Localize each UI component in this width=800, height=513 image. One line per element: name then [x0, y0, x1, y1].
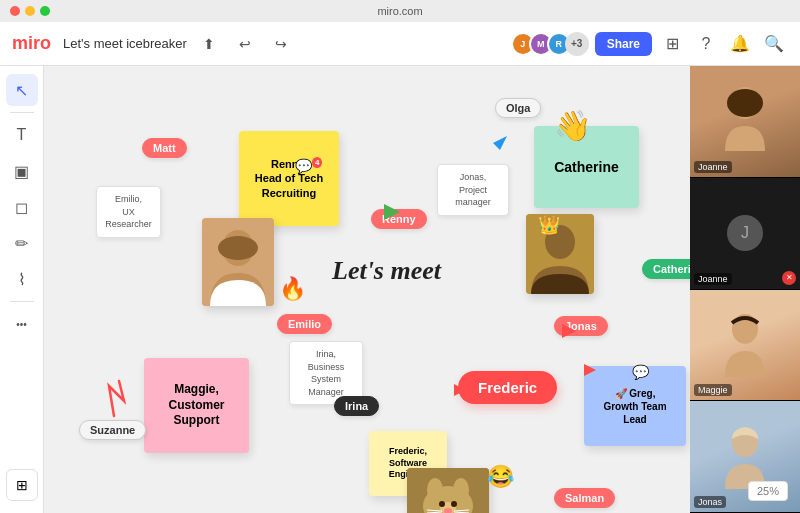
mute-icon-2: ✕ [782, 271, 796, 285]
close-dot[interactable] [10, 6, 20, 16]
emoji-crown: 👑 [538, 214, 560, 236]
video-name-2: Joanne [694, 273, 732, 285]
label-emilio-text: Emilio [288, 318, 321, 330]
emoji-laugh: 😂 [487, 464, 514, 490]
photo-emilio [202, 218, 274, 306]
window-controls[interactable] [10, 6, 50, 16]
label-olga: Olga [495, 98, 541, 118]
video-name-3: Maggie [694, 384, 732, 396]
card-irina-text: Irina,Business SystemManager [308, 349, 345, 397]
video-tile-2: J Joanne ✕ [690, 178, 800, 290]
chat-bubble-icon: 💬4 [295, 158, 322, 174]
sticky-tool[interactable]: ▣ [6, 155, 38, 187]
board-title: Let's meet icebreaker [63, 36, 187, 51]
sticky-catherine-text: Catherine [554, 158, 619, 176]
arrow-olga [493, 136, 507, 150]
svg-point-1 [727, 89, 763, 117]
arrow-small [454, 384, 466, 396]
minimize-dot[interactable] [25, 6, 35, 16]
emoji-fire: 🔥 [279, 276, 306, 302]
window-title: miro.com [377, 5, 422, 17]
label-matt: Matt [142, 138, 187, 158]
label-emilio: Emilio [277, 314, 332, 334]
arrow-jonas [562, 324, 576, 338]
zoom-level[interactable]: 25% [748, 481, 788, 501]
photo-jonas [526, 214, 594, 294]
label-salman-text: Salman [565, 492, 604, 504]
emilio-portrait [202, 218, 274, 306]
label-matt-text: Matt [153, 142, 176, 154]
svg-point-6 [218, 236, 258, 260]
squiggle-left [104, 376, 159, 426]
photo-cat [407, 468, 489, 513]
tool-separator-1 [10, 112, 34, 113]
svg-marker-25 [454, 384, 466, 396]
label-salman: Salman [554, 488, 615, 508]
card-emilio: Emilio,UXResearcher [96, 186, 161, 238]
cat-portrait [407, 468, 489, 513]
svg-point-12 [453, 478, 469, 502]
card-jonas: Jonas,Project manager [437, 164, 509, 216]
svg-marker-23 [562, 324, 576, 338]
arrow-salman [584, 364, 596, 376]
svg-marker-26 [584, 364, 596, 376]
share-button[interactable]: Share [595, 32, 652, 56]
tool-separator-2 [10, 301, 34, 302]
view-toggle-icon[interactable]: ⊞ [658, 30, 686, 58]
cursor-tool[interactable]: ↖ [6, 74, 38, 106]
person-silhouette-1 [715, 81, 775, 161]
svg-point-11 [427, 478, 443, 502]
avatar-stack: J M R +3 [517, 32, 589, 56]
shape-tool[interactable]: ◻ [6, 191, 38, 223]
toolbar-right: J M R +3 Share ⊞ ? 🔔 🔍 [517, 30, 788, 58]
avatar-overflow: +3 [565, 32, 589, 56]
pen-tool[interactable]: ✏ [6, 227, 38, 259]
connector-tool[interactable]: ⌇ [6, 263, 38, 295]
jonas-portrait [526, 214, 594, 294]
card-emilio-text: Emilio,UXResearcher [105, 194, 152, 229]
sticky-maggie[interactable]: Maggie,CustomerSupport [144, 358, 249, 453]
titlebar: miro.com [0, 0, 800, 22]
chat-bubble-greg: 💬 [632, 364, 649, 380]
label-irina: Irina [334, 396, 379, 416]
label-olga-text: Olga [506, 102, 530, 114]
card-jonas-text: Jonas,Project manager [455, 172, 491, 207]
svg-marker-21 [384, 204, 400, 220]
top-toolbar: miro Let's meet icebreaker ⬆ ↩ ↪ J M R +… [0, 22, 800, 66]
more-tools[interactable]: ••• [6, 308, 38, 340]
apps-button[interactable]: ⊞ [6, 469, 38, 501]
maximize-dot[interactable] [40, 6, 50, 16]
emoji-wave: 👋 [554, 108, 591, 143]
undo-button[interactable]: ↩ [231, 30, 259, 58]
arrow-renny [384, 204, 400, 220]
left-toolbar: ↖ T ▣ ◻ ✏ ⌇ ••• [0, 66, 44, 513]
export-button[interactable]: ⬆ [195, 30, 223, 58]
sticky-maggie-text: Maggie,CustomerSupport [168, 382, 224, 429]
miro-logo: miro [12, 33, 51, 54]
text-tool[interactable]: T [6, 119, 38, 151]
canvas-main-title: Let's meet [332, 256, 441, 286]
video-tile-1: Joanne [690, 66, 800, 178]
sticky-renny[interactable]: Renny,Head of TechRecruiting [239, 131, 339, 226]
help-icon[interactable]: ? [692, 30, 720, 58]
person-silhouette-3 [715, 305, 775, 385]
sticky-greg-text: 🚀 Greg,Growth Team Lead [594, 387, 676, 426]
svg-point-14 [439, 501, 445, 507]
avatar-placeholder: J [727, 215, 763, 251]
notifications-icon[interactable]: 🔔 [726, 30, 754, 58]
redo-button[interactable]: ↪ [267, 30, 295, 58]
video-name-4: Jonas [694, 496, 726, 508]
frederic-label[interactable]: Frederic [458, 371, 557, 404]
svg-marker-22 [493, 136, 507, 150]
video-panel: Joanne J Joanne ✕ Maggie [690, 66, 800, 513]
app: miro Let's meet icebreaker ⬆ ↩ ↪ J M R +… [0, 22, 800, 513]
search-icon[interactable]: 🔍 [760, 30, 788, 58]
video-name-1: Joanne [694, 161, 732, 173]
video-tile-3: Maggie [690, 290, 800, 402]
frederic-label-text: Frederic [478, 379, 537, 396]
canvas[interactable]: Joanne J Joanne ✕ Maggie [44, 66, 800, 513]
svg-point-15 [451, 501, 457, 507]
label-irina-text: Irina [345, 400, 368, 412]
